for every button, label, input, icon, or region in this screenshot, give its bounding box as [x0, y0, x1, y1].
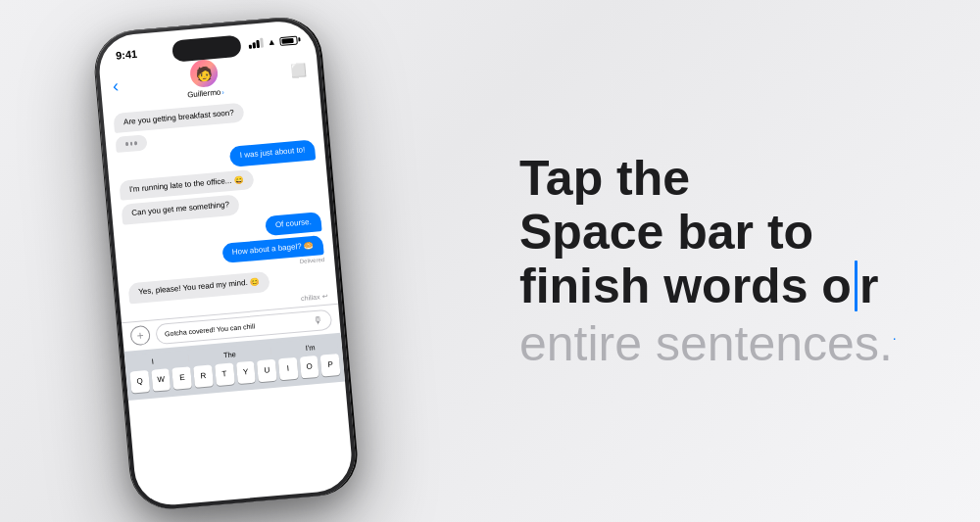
contact-info: 🧑 Guillermo › — [184, 58, 224, 99]
headline-line2: Space bar to — [519, 206, 921, 260]
text-cursor — [855, 261, 858, 311]
main-headline: Tap the Space bar to finish words or — [519, 152, 921, 313]
wifi-icon: ▲ — [267, 36, 276, 47]
headline-line3-prefix: finish words o — [519, 260, 852, 313]
key-r[interactable]: R — [193, 364, 214, 388]
mic-button[interactable]: 🎙 — [313, 314, 323, 326]
phone-device: 9:41 ▲ — [92, 14, 359, 511]
suggestion-2[interactable]: The — [223, 349, 237, 358]
add-attachment-button[interactable]: + — [129, 324, 151, 346]
autocorrect-text: chillax ↩ — [301, 292, 328, 302]
key-u[interactable]: U — [257, 358, 277, 382]
key-q[interactable]: Q — [129, 369, 150, 393]
suggestion-1[interactable]: I — [151, 356, 154, 365]
text-section: Tap the Space bar to finish words or ent… — [490, 0, 980, 522]
key-p[interactable]: P — [320, 353, 341, 376]
sub-headline: entire sentences.· — [519, 317, 921, 371]
input-text: Gotcha covered! You can chill — [165, 322, 255, 337]
suggestion-3[interactable]: I'm — [305, 342, 316, 352]
period-decoration: · — [893, 330, 897, 346]
back-button[interactable]: ‹ — [112, 75, 120, 96]
headline-line1: Tap the — [519, 152, 921, 206]
key-o[interactable]: O — [299, 355, 319, 378]
message-bubble-received-4: Yes, please! You read my mind. 😊 — [128, 271, 270, 304]
key-t[interactable]: T — [215, 362, 235, 386]
message-bubble-sent-2: Of course. — [265, 211, 321, 235]
status-icons: ▲ — [248, 34, 298, 48]
contact-chevron: › — [221, 88, 224, 95]
message-bubble-sent-1: I was just about to! — [229, 139, 316, 166]
status-time: 9:41 — [116, 47, 138, 61]
delivered-label: Delivered — [300, 257, 325, 264]
phone-screen: 9:41 ▲ — [96, 18, 354, 507]
messages-list: Are you getting breakfast soon? I was ju… — [103, 95, 338, 321]
main-container: 9:41 ▲ — [0, 0, 980, 522]
contact-name: Guillermo — [187, 87, 221, 99]
signal-icon — [248, 37, 264, 48]
key-e[interactable]: E — [172, 366, 193, 390]
key-i[interactable]: I — [278, 356, 299, 380]
phone-section: 9:41 ▲ — [0, 0, 490, 522]
headline-line3: finish words or — [519, 260, 921, 313]
key-y[interactable]: Y — [235, 360, 256, 384]
sub-headline-text: entire sentences. — [519, 316, 893, 371]
headline-line3-suffix: r — [859, 260, 878, 313]
typing-indicator — [115, 134, 147, 153]
avatar: 🧑 — [189, 58, 219, 87]
key-w[interactable]: W — [151, 367, 172, 391]
battery-icon — [279, 34, 298, 45]
video-call-button[interactable]: ⬜ — [290, 62, 307, 77]
autocorrect-indicator: chillax ↩ — [301, 292, 328, 302]
